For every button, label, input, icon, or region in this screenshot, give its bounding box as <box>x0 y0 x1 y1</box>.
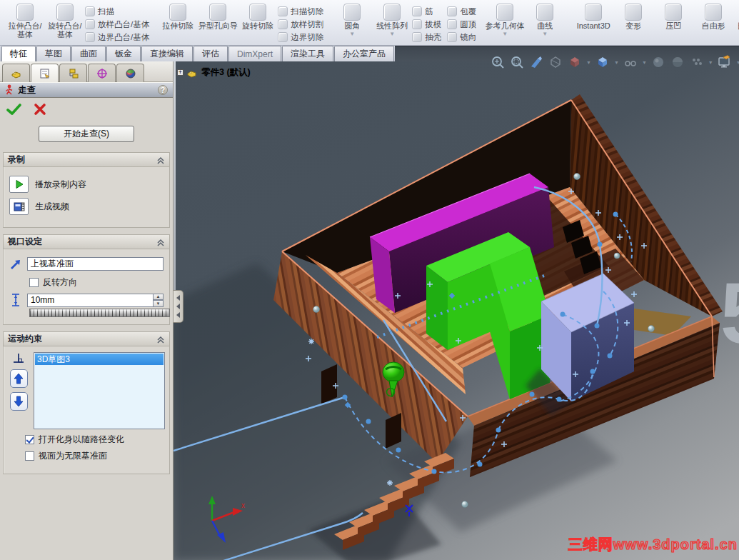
wrap-button[interactable]: 包覆 <box>447 5 476 18</box>
curves-button[interactable]: 曲线▼ <box>525 2 565 37</box>
panel-edge-strip <box>174 61 176 291</box>
start-walkthrough-button[interactable]: 开始走查(S) <box>39 126 134 142</box>
tab-evaluate[interactable]: 评估 <box>193 46 228 61</box>
tab-dimxpert[interactable]: DimXpert <box>228 46 281 61</box>
fillet-button[interactable]: 圆角▼ <box>332 2 372 37</box>
viewport-settings-header[interactable]: 视口设定 <box>4 235 169 249</box>
loft-boss-button[interactable]: 放样凸台/基体 <box>85 18 149 31</box>
sweep-cut-button[interactable]: 扫描切除 <box>278 5 323 18</box>
record-section-header[interactable]: 录制 <box>4 153 169 167</box>
motion-constraints-header[interactable]: 运动约束 <box>4 332 169 346</box>
spin-up-button[interactable]: ▲ <box>153 294 164 301</box>
chevron-down-icon[interactable]: ▼ <box>389 31 395 37</box>
boundary-boss-button[interactable]: 边界凸台/基体 <box>85 31 149 44</box>
hole-wizard-icon <box>209 4 226 21</box>
play-recording-button[interactable] <box>9 176 29 193</box>
view-cube-icon[interactable] <box>595 54 610 70</box>
chevron-down-icon[interactable]: ▼ <box>736 60 739 65</box>
perpendicular-icon <box>12 352 25 365</box>
chevron-down-icon[interactable]: ▼ <box>586 60 591 65</box>
extrude-boss-button[interactable]: 拉伸凸台/基体 <box>5 2 45 39</box>
button-label: 旋转凸台/基体 <box>45 21 85 39</box>
mirror-button[interactable]: 镜向 <box>447 31 476 44</box>
panel-flyout-handle[interactable] <box>174 290 184 323</box>
camera-options-icon[interactable] <box>689 54 705 70</box>
chevron-down-icon[interactable]: ▼ <box>349 31 355 37</box>
create-video-label: 生成视频 <box>35 201 69 213</box>
sweep-button[interactable]: 扫描 <box>85 5 149 18</box>
collapse-chevron-icon[interactable] <box>156 156 165 164</box>
tab-property-manager[interactable] <box>31 64 59 82</box>
apply-scene-icon[interactable] <box>670 54 685 70</box>
zoom-to-area-icon[interactable] <box>509 54 525 70</box>
tree-item-label[interactable]: 零件3 (默认) <box>201 66 251 79</box>
button-label: 放样凸台/基体 <box>98 19 149 30</box>
list-item-selected[interactable]: 3D草图3 <box>35 354 164 365</box>
extrude-cut-button[interactable]: 拉伸切除 <box>158 2 198 30</box>
instant3d-button[interactable]: Instant3D <box>573 2 613 30</box>
chevron-down-icon[interactable]: ▼ <box>708 60 713 65</box>
tab-surfaces[interactable]: 曲面 <box>71 46 106 61</box>
reference-geometry-button[interactable]: 参考几何体▼ <box>485 2 525 37</box>
tab-office-products[interactable]: 办公室产品 <box>334 46 394 61</box>
tab-sheet-metal[interactable]: 钣金 <box>106 46 141 61</box>
reverse-direction-label: 反转方向 <box>43 276 77 289</box>
height-input[interactable] <box>27 294 153 307</box>
tree-expand-box[interactable]: + <box>177 69 184 76</box>
linear-pattern-button[interactable]: 线性阵列▼ <box>372 2 412 37</box>
revolve-boss-button[interactable]: 旋转凸台/基体 <box>45 2 85 39</box>
chevron-down-icon[interactable]: ▼ <box>642 60 647 65</box>
spin-down-button[interactable]: ▼ <box>153 300 164 307</box>
create-video-button[interactable] <box>9 198 29 215</box>
section-view-icon[interactable] <box>548 54 563 70</box>
revolve-cut-button[interactable]: 旋转切除 <box>238 2 278 30</box>
deform-button[interactable]: 变形 <box>613 2 653 30</box>
help-icon[interactable]: ? <box>158 85 168 95</box>
view-orientation-icon[interactable] <box>528 54 544 70</box>
3d-scene[interactable]: 5 <box>174 61 739 560</box>
collapse-chevron-icon[interactable] <box>156 335 165 344</box>
reverse-direction-checkbox[interactable] <box>29 278 39 287</box>
freeform-button[interactable]: 自由形 <box>693 2 733 30</box>
tab-display-manager[interactable] <box>116 64 144 82</box>
hole-wizard-button[interactable]: 异型孔向导 <box>198 2 238 30</box>
appearance-sphere-icon <box>124 68 137 79</box>
zoom-to-fit-icon[interactable] <box>490 54 506 70</box>
view-settings-icon[interactable] <box>717 54 733 70</box>
tab-sketch[interactable]: 草图 <box>36 46 71 61</box>
follow-path-checkbox[interactable] <box>25 435 34 444</box>
draft-button[interactable]: 拔模 <box>412 18 441 31</box>
shell-button[interactable]: 抽壳 <box>412 31 441 44</box>
loft-cut-button[interactable]: 放样切割 <box>278 18 323 31</box>
cancel-x-icon[interactable] <box>34 103 46 116</box>
rib-button[interactable]: 筋 <box>412 5 441 18</box>
tab-direct-editing[interactable]: 直接编辑 <box>141 46 193 61</box>
tab-features[interactable]: 特征 <box>1 46 36 61</box>
collapse-chevron-icon[interactable] <box>156 238 165 246</box>
ok-check-icon[interactable] <box>6 103 22 116</box>
infinite-plane-checkbox[interactable] <box>25 451 34 461</box>
walkthrough-icon <box>5 84 14 96</box>
boundary-cut-button[interactable]: 边界切除 <box>278 31 323 44</box>
edit-appearance-icon[interactable] <box>650 54 666 70</box>
hide-show-items-icon[interactable] <box>623 54 638 70</box>
chevron-down-icon[interactable]: ▼ <box>542 31 548 37</box>
move-down-button[interactable] <box>10 392 28 411</box>
boss-stack: 扫描 放样凸台/基体 边界凸台/基体 <box>85 2 149 44</box>
tab-render-tools[interactable]: 渲染工具 <box>282 46 333 61</box>
scale-button[interactable]: 比例缩放 <box>733 2 739 30</box>
graphics-viewport[interactable]: 5 <box>174 61 739 560</box>
height-ruler-slider[interactable] <box>29 309 170 317</box>
chevron-down-icon[interactable]: ▼ <box>502 31 508 37</box>
tab-dimxpert-manager[interactable] <box>88 64 116 82</box>
tab-feature-tree[interactable] <box>2 64 30 82</box>
plane-input[interactable] <box>27 257 164 271</box>
chevron-down-icon[interactable]: ▼ <box>614 60 619 65</box>
sketch-path-list[interactable]: 3D草图3 <box>34 352 165 429</box>
shell-icon <box>412 32 422 42</box>
indent-button[interactable]: 压凹 <box>653 2 693 30</box>
dome-button[interactable]: 圆顶 <box>447 18 476 31</box>
display-style-icon[interactable] <box>567 54 583 70</box>
tab-configuration-manager[interactable] <box>59 64 87 82</box>
move-up-button[interactable] <box>10 369 28 388</box>
